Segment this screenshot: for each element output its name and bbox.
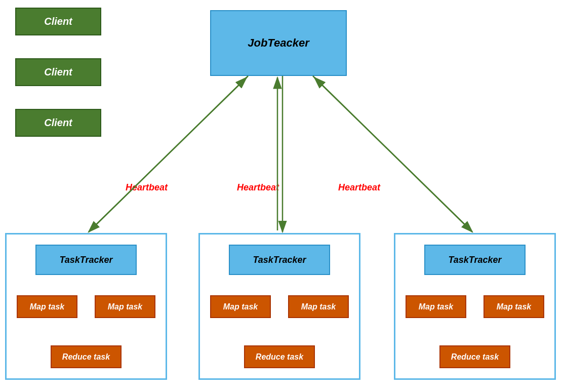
node-container-center: TaskTracker Map task Map task Reduce tas… [198,233,360,380]
tasktracker-label-left: TaskTracker [59,255,112,265]
reduce-task-center: Reduce task [244,345,315,368]
diagram-container: Client Client Client JobTeacker Heartbea… [0,0,564,392]
tasktracker-label-center: TaskTracker [253,255,306,265]
map-task-right-2: Map task [484,295,544,318]
map-task-left-1: Map task [17,295,77,318]
reduce-task-left: Reduce task [51,345,122,368]
client-label-3: Client [44,117,72,129]
heartbeat-label-2: Heartbeat [237,182,279,193]
map-task-left-2: Map task [95,295,155,318]
tasktracker-box-center: TaskTracker [229,245,330,275]
node-container-left: TaskTracker Map task Map task Reduce tas… [5,233,167,380]
map-task-center-2: Map task [288,295,349,318]
client-box-3: Client [15,109,101,137]
map-task-center-1: Map task [210,295,271,318]
heartbeat-label-3: Heartbeat [338,182,380,193]
tasktracker-label-right: TaskTracker [448,255,501,265]
arrow-jt-to-right [313,76,472,232]
arrow-jt-to-left [89,76,248,232]
client-box-1: Client [15,8,101,35]
jobtracker-box: JobTeacker [210,10,347,76]
client-label-1: Client [44,16,72,27]
reduce-task-right: Reduce task [439,345,510,368]
arrow-right-to-jt [314,77,471,230]
arrow-left-to-jt [90,77,247,230]
tasktracker-box-right: TaskTracker [424,245,526,275]
heartbeat-label-1: Heartbeat [126,182,168,193]
client-box-2: Client [15,58,101,86]
tasktracker-box-left: TaskTracker [35,245,137,275]
node-container-right: TaskTracker Map task Map task Reduce tas… [394,233,556,380]
client-label-2: Client [44,66,72,78]
jobtracker-label: JobTeacker [248,36,309,50]
map-task-right-1: Map task [406,295,466,318]
